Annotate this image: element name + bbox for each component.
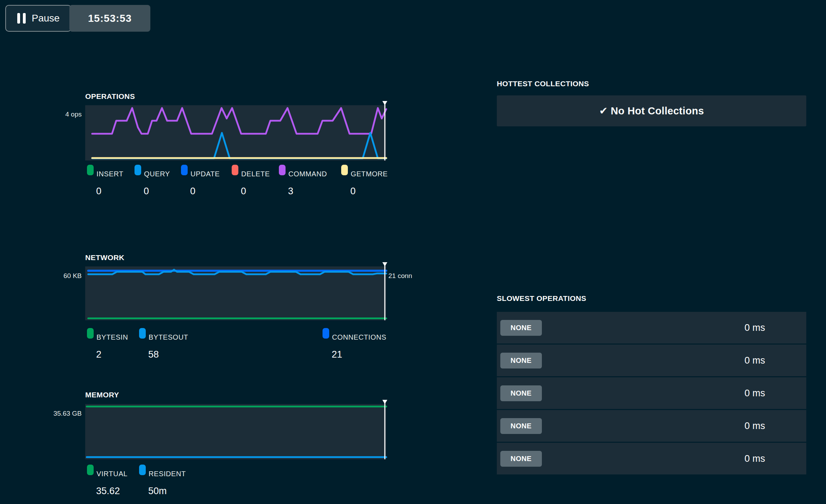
operation-none-badge: NONE <box>500 320 542 336</box>
memory-legend: VIRTUAL35.62RESIDENT50m <box>85 465 386 503</box>
getmore-swatch-icon <box>341 165 348 175</box>
memory-title: MEMORY <box>85 391 119 399</box>
query-swatch-icon <box>134 165 141 175</box>
operations-y-axis-label: 4 ops <box>29 111 82 118</box>
resident-label: RESIDENT <box>149 470 186 478</box>
memory-chart[interactable] <box>85 404 386 459</box>
bytesout-label: BYTESOUT <box>149 333 188 341</box>
network-chart[interactable] <box>85 266 386 320</box>
slowest-operation-row: NONE0 ms <box>497 345 806 376</box>
bytesout-value: 58 <box>148 349 188 360</box>
series-command <box>92 108 386 134</box>
no-hot-collections-message: ✔ No Hot Collections <box>497 95 806 126</box>
legend-item-getmore: GETMORE0 <box>341 165 388 197</box>
operation-duration: 0 ms <box>744 453 765 464</box>
delete-swatch-icon <box>232 165 238 175</box>
operations-title: OPERATIONS <box>85 92 135 101</box>
legend-item-query: QUERY0 <box>134 165 170 197</box>
memory-y-axis-label: 35.63 GB <box>29 410 82 417</box>
getmore-value: 0 <box>350 186 388 197</box>
hottest-collections-panel: ✔ No Hot Collections <box>497 95 806 126</box>
bytesout-swatch-icon <box>139 328 146 339</box>
query-value: 0 <box>144 186 170 197</box>
update-label: UPDATE <box>190 170 220 178</box>
slowest-operations-list: NONE0 msNONE0 msNONE0 msNONE0 msNONE0 ms <box>497 312 806 474</box>
network-chart-canvas <box>85 266 386 320</box>
operations-legend: INSERT0QUERY0UPDATE0DELETE0COMMAND3GETMO… <box>85 165 386 203</box>
network-connections-label: 21 conn <box>388 272 412 280</box>
bytesin-swatch-icon <box>87 328 94 339</box>
insert-value: 0 <box>96 186 124 197</box>
operation-duration: 0 ms <box>744 388 765 399</box>
query-label: QUERY <box>144 170 170 178</box>
legend-item-bytesout: BYTESOUT58 <box>139 328 188 360</box>
legend-item-update: UPDATE0 <box>181 165 220 197</box>
operation-duration: 0 ms <box>744 355 765 366</box>
insert-swatch-icon <box>87 165 94 175</box>
virtual-value: 35.62 <box>96 486 127 497</box>
network-legend: BYTESIN2BYTESOUT58CONNECTIONS21 <box>85 328 386 367</box>
legend-item-resident: RESIDENT50m <box>139 465 186 497</box>
slowest-operation-row: NONE0 ms <box>497 312 806 344</box>
virtual-label: VIRTUAL <box>96 470 127 478</box>
command-swatch-icon <box>279 165 286 175</box>
operation-duration: 0 ms <box>744 421 765 431</box>
memory-chart-canvas <box>85 404 386 459</box>
network-title: NETWORK <box>85 253 124 262</box>
bytesin-value: 2 <box>96 349 128 360</box>
scan-cursor-marker <box>382 262 387 266</box>
connections-value: 21 <box>332 349 386 360</box>
operation-duration: 0 ms <box>744 322 765 333</box>
operations-chart-canvas <box>85 105 386 160</box>
legend-item-virtual: VIRTUAL35.62 <box>87 465 127 497</box>
pause-icon <box>17 13 26 24</box>
slowest-operation-row: NONE0 ms <box>497 410 806 442</box>
time-display: 15:53:53 <box>69 5 150 32</box>
operation-none-badge: NONE <box>500 353 542 368</box>
scan-cursor-marker <box>382 101 387 105</box>
network-y-axis-label: 60 KB <box>29 272 82 280</box>
operations-chart[interactable] <box>85 105 386 160</box>
performance-dashboard: { "toolbar": { "pause_button": "Pause", … <box>0 0 826 504</box>
bytesin-label: BYTESIN <box>96 333 128 341</box>
operation-none-badge: NONE <box>500 385 542 401</box>
delete-value: 0 <box>241 186 270 197</box>
connections-label: CONNECTIONS <box>332 333 386 341</box>
legend-item-command: COMMAND3 <box>279 165 327 197</box>
delete-label: DELETE <box>241 170 270 178</box>
operation-none-badge: NONE <box>500 451 542 467</box>
slowest-operation-row: NONE0 ms <box>497 377 806 409</box>
update-value: 0 <box>190 186 220 197</box>
pause-button-label: Pause <box>32 13 60 24</box>
resident-value: 50m <box>148 486 186 497</box>
legend-item-delete: DELETE0 <box>232 165 270 197</box>
insert-label: INSERT <box>96 170 124 178</box>
pause-button[interactable]: Pause <box>5 5 71 32</box>
legend-item-insert: INSERT0 <box>87 165 124 197</box>
hottest-collections-title: HOTTEST COLLECTIONS <box>497 80 589 88</box>
connections-swatch-icon <box>323 328 329 339</box>
legend-item-bytesin: BYTESIN2 <box>87 328 128 360</box>
command-value: 3 <box>288 186 327 197</box>
series-query <box>92 133 386 158</box>
command-label: COMMAND <box>288 170 327 178</box>
getmore-label: GETMORE <box>351 170 388 178</box>
legend-item-connections: CONNECTIONS21 <box>323 328 386 360</box>
slowest-operations-title: SLOWEST OPERATIONS <box>497 294 586 303</box>
resident-swatch-icon <box>139 465 146 475</box>
slowest-operation-row: NONE0 ms <box>497 443 806 474</box>
operation-none-badge: NONE <box>500 418 542 434</box>
scan-cursor-marker <box>382 400 387 404</box>
update-swatch-icon <box>181 165 188 175</box>
virtual-swatch-icon <box>87 465 94 475</box>
